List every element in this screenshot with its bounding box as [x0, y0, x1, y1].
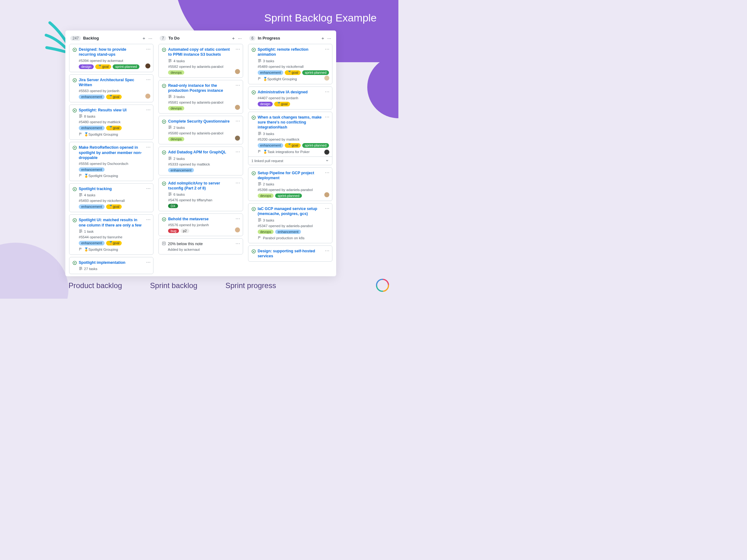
label-devops[interactable]: devops	[258, 193, 274, 198]
card-menu-icon[interactable]: ···	[325, 114, 330, 119]
card-menu-icon[interactable]: ···	[146, 186, 151, 191]
card-title[interactable]: Jira Server Architectural Spec Written	[79, 77, 143, 88]
card-title[interactable]: When a task changes teams, make sure the…	[258, 115, 322, 130]
card-title[interactable]: Spotlight implementation	[79, 260, 125, 265]
label-p2[interactable]: p2	[181, 229, 189, 233]
milestone[interactable]: 🥇Spotlight Grouping	[79, 247, 150, 252]
label-goal[interactable]: 🥇goal	[95, 64, 111, 69]
issue-card[interactable]: ···Setup Pipeline for GCP project deploy…	[248, 167, 332, 201]
column-menu-icon[interactable]: ···	[327, 35, 331, 41]
card-title[interactable]: IaC GCP managed service setup (memcache,…	[258, 206, 322, 216]
card-menu-icon[interactable]: ···	[325, 206, 330, 211]
card-title[interactable]: Behold the metaverse	[168, 216, 209, 221]
card-title[interactable]: Design: supporting self-hosted services	[258, 248, 322, 259]
card-menu-icon[interactable]: ···	[146, 77, 151, 82]
issue-card[interactable]: ···Spotlight implementation27 tasks	[69, 257, 153, 274]
card-menu-icon[interactable]: ···	[146, 144, 151, 149]
label-sprint-planned[interactable]: sprint-planned	[113, 64, 139, 69]
label-enhancement[interactable]: enhancement	[168, 168, 194, 172]
card-menu-icon[interactable]: ···	[236, 149, 240, 154]
issue-card[interactable]: ···Automated copy of static content to P…	[158, 44, 243, 78]
card-menu-icon[interactable]: ···	[146, 46, 151, 51]
milestone[interactable]: 🥇Spotlight Grouping	[79, 132, 150, 137]
label-goal[interactable]: 🥇goal	[274, 102, 290, 106]
issue-card[interactable]: ···When a task changes teams, make sure …	[248, 112, 332, 165]
issue-card[interactable]: ···Spotlight: remote reflection animatio…	[248, 44, 332, 84]
card-menu-icon[interactable]: ···	[236, 118, 240, 123]
card-title[interactable]: Complete Security Questionnaire	[168, 119, 229, 124]
note-card[interactable]: ···20% below this noteAdded by ackernaut	[158, 238, 243, 255]
issue-card[interactable]: ···Design: supporting self-hosted servic…	[248, 245, 332, 262]
label-goal[interactable]: 🥇goal	[285, 70, 301, 75]
add-card-icon[interactable]: +	[321, 35, 324, 41]
card-menu-icon[interactable]: ···	[236, 46, 240, 51]
label-sprint-planned[interactable]: sprint-planned	[302, 143, 329, 148]
card-title[interactable]: Read-only instance for the production Po…	[168, 83, 232, 93]
card-menu-icon[interactable]: ···	[146, 217, 151, 222]
card-title[interactable]: Administrative IA designed	[258, 89, 308, 95]
label-devops[interactable]: devops	[168, 137, 184, 141]
label-devops[interactable]: devops	[258, 230, 274, 234]
milestone[interactable]: Parabol production on k8s	[258, 236, 329, 240]
card-title[interactable]: Setup Pipeline for GCP project deploymen…	[258, 170, 322, 181]
column-menu-icon[interactable]: ···	[238, 35, 242, 41]
assignee-avatar[interactable]	[145, 63, 151, 69]
add-card-icon[interactable]: +	[232, 35, 235, 41]
issue-card[interactable]: ···Make RetroReflection opened in spotli…	[69, 142, 153, 181]
card-title[interactable]: Automated copy of static content to PPMI…	[168, 47, 232, 57]
issue-card[interactable]: ···Designed: how to provide recurring st…	[69, 44, 153, 72]
label-goal[interactable]: 🥇goal	[106, 126, 122, 130]
assignee-avatar[interactable]	[324, 192, 330, 197]
issue-card[interactable]: ···Spotlight UI: matched results in one …	[69, 214, 153, 255]
card-title[interactable]: Spotlight tracking	[79, 186, 112, 191]
card-title[interactable]: Spotlight UI: matched results in one col…	[79, 217, 143, 228]
assignee-avatar[interactable]	[235, 227, 240, 233]
label-enhancement[interactable]: enhancement	[79, 167, 105, 172]
card-title[interactable]: Add noImplicitAny to server tsconfig (Pa…	[168, 181, 232, 191]
issue-card[interactable]: ···Administrative IA designed#4407 opene…	[248, 86, 332, 109]
label-design[interactable]: design	[258, 102, 273, 106]
label-enhancement[interactable]: enhancement	[79, 205, 105, 209]
label-enhancement[interactable]: enhancement	[258, 143, 284, 148]
label-sprint-planned[interactable]: sprint-planned	[302, 70, 329, 75]
label-enhancement[interactable]: enhancement	[79, 241, 105, 245]
label-goal[interactable]: 🥇goal	[106, 241, 122, 245]
issue-card[interactable]: ···Add noImplicitAny to server tsconfig …	[158, 178, 243, 212]
milestone[interactable]: 🥇Spotlight Grouping	[258, 77, 329, 81]
assignee-avatar[interactable]	[235, 135, 240, 141]
card-menu-icon[interactable]: ···	[236, 216, 240, 221]
assignee-avatar[interactable]	[235, 105, 240, 110]
card-menu-icon[interactable]: ···	[325, 89, 330, 94]
assignee-avatar[interactable]	[235, 69, 240, 74]
assignee-avatar[interactable]	[324, 149, 330, 155]
card-menu-icon[interactable]: ···	[236, 82, 240, 87]
card-menu-icon[interactable]: ···	[146, 260, 151, 264]
milestone[interactable]: 🥇Spotlight Grouping	[79, 174, 150, 178]
label-goal[interactable]: 🥇goal	[106, 95, 122, 99]
column-menu-icon[interactable]: ···	[149, 35, 153, 41]
issue-card[interactable]: ···Behold the metaverse#5576 opened by j…	[158, 213, 243, 236]
assignee-avatar[interactable]	[324, 75, 330, 81]
issue-card[interactable]: ···Spotlight tracking4 tasks#5493 opened…	[69, 183, 153, 212]
label-DX[interactable]: DX	[168, 204, 178, 208]
card-menu-icon[interactable]: ···	[325, 170, 330, 175]
card-menu-icon[interactable]: ···	[325, 46, 330, 51]
label-design[interactable]: design	[79, 64, 94, 69]
label-enhancement[interactable]: enhancement	[79, 126, 105, 130]
label-sprint-planned[interactable]: sprint-planned	[275, 193, 302, 198]
milestone[interactable]: 🥇Task integrations for Poker	[258, 150, 329, 154]
card-title[interactable]: Designed: how to provide recurring stand…	[79, 47, 143, 57]
card-title[interactable]: Spotlight: Results view UI	[79, 108, 127, 113]
card-menu-icon[interactable]: ···	[325, 248, 330, 253]
linked-pr-row[interactable]: 1 linked pull request	[248, 157, 332, 165]
issue-card[interactable]: ···Spotlight: Results view UI8 tasks#548…	[69, 105, 153, 140]
label-devops[interactable]: devops	[168, 70, 184, 75]
issue-card[interactable]: ···Complete Security Questionnaire2 task…	[158, 116, 243, 144]
card-menu-icon[interactable]: ···	[236, 241, 240, 246]
issue-card[interactable]: ···Read-only instance for the production…	[158, 80, 243, 114]
card-menu-icon[interactable]: ···	[236, 180, 240, 185]
label-enhancement[interactable]: enhancement	[275, 230, 301, 234]
label-enhancement[interactable]: enhancement	[79, 95, 105, 99]
issue-card[interactable]: ···IaC GCP managed service setup (memcac…	[248, 203, 332, 243]
label-bug[interactable]: bug	[168, 229, 179, 233]
